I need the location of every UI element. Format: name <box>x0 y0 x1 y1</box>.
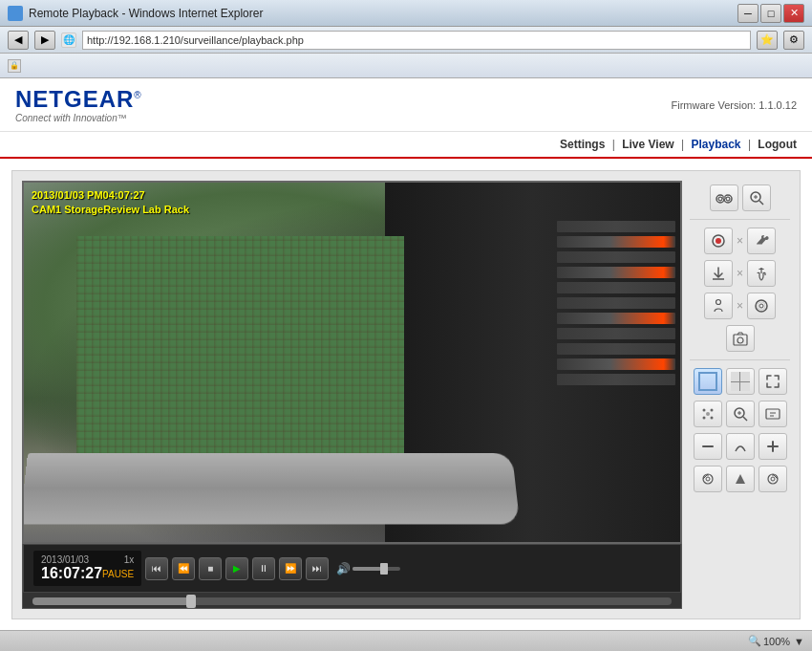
svg-line-6 <box>759 201 763 205</box>
arc-button[interactable] <box>726 433 755 460</box>
rack-line <box>557 343 675 355</box>
timestamp-datetime: 2013/01/03 PM04:07:27 <box>32 188 189 203</box>
forward-button[interactable]: ▶ <box>34 31 55 50</box>
toolbar-icon[interactable]: 🔒 <box>8 59 21 73</box>
settings-link[interactable]: Settings <box>560 138 605 151</box>
address-input[interactable] <box>82 31 751 50</box>
svg-point-4 <box>726 197 730 201</box>
binoculars-button[interactable] <box>710 184 738 211</box>
ctrl-row-4: × <box>690 293 790 319</box>
ctrl-row-9 <box>690 466 790 492</box>
ctrl-row-8 <box>690 433 790 460</box>
favorites-icon[interactable]: ⭐ <box>757 31 778 50</box>
playback-container: 2013/01/03 PM04:07:27 CAM1 StorageReview… <box>22 181 790 609</box>
page-wrapper: NETGEAR ® Connect with Innovation™ Firmw… <box>0 78 812 631</box>
volume-thumb[interactable] <box>380 563 388 575</box>
volume-area: 🔊 <box>336 562 400 575</box>
logout-link[interactable]: Logout <box>758 138 797 151</box>
pause-button[interactable]: ⏸ <box>252 557 275 580</box>
rack-line-lit <box>557 267 675 278</box>
controls-bar: 2013/01/03 1x 16:07:27 PAUSE ⏮ ⏪ <box>23 544 681 593</box>
controls-section: 2013/01/03 1x 16:07:27 PAUSE ⏮ ⏪ <box>22 544 682 609</box>
zoom-level: 100% <box>763 636 790 647</box>
svg-point-18 <box>702 409 705 412</box>
volume-slider[interactable] <box>353 567 400 571</box>
playback-speed: 1x <box>124 554 135 565</box>
addressbar: ◀ ▶ 🌐 ⭐ ⚙ <box>0 27 812 54</box>
progress-fill <box>32 597 192 605</box>
single-view-icon <box>698 372 717 391</box>
progress-thumb[interactable] <box>186 595 196 608</box>
firmware-version: Firmware Version: 1.1.0.12 <box>672 99 797 111</box>
separator-1: | <box>612 138 615 151</box>
volume-fill <box>353 567 381 571</box>
record-button[interactable] <box>704 228 733 254</box>
zoom-search-button[interactable] <box>742 184 771 211</box>
skip-to-end-button[interactable]: ⏭ <box>306 557 329 580</box>
svg-line-24 <box>743 417 747 421</box>
rack-line <box>557 374 675 385</box>
hand-button[interactable] <box>747 260 776 287</box>
separator-2: | <box>681 138 684 151</box>
page-icon: 🌐 <box>61 33 76 48</box>
svg-point-12 <box>716 300 720 305</box>
maximize-button[interactable]: □ <box>760 4 781 23</box>
registered-mark: ® <box>134 90 140 100</box>
video-shirt <box>76 236 405 469</box>
rack-line-lit <box>557 358 675 370</box>
rack-line-lit <box>557 236 675 248</box>
quad-view-icon <box>731 372 750 391</box>
stop-button[interactable]: ■ <box>199 557 222 580</box>
netgear-header: NETGEAR ® Connect with Innovation™ Firmw… <box>0 78 812 132</box>
fullscreen-button[interactable] <box>759 368 787 395</box>
person-button[interactable] <box>704 293 733 319</box>
playback-link[interactable]: Playback <box>691 138 740 151</box>
rack-lines <box>557 221 675 504</box>
ctrl-row-3: × <box>690 260 790 287</box>
rack-line <box>557 221 675 232</box>
single-view-button[interactable] <box>694 368 722 395</box>
cam-left-button[interactable] <box>694 466 722 492</box>
statusbar: 🔍 100% ▼ <box>0 630 812 651</box>
step-back-button[interactable]: ⏪ <box>172 557 195 580</box>
back-button[interactable]: ◀ <box>8 31 29 50</box>
info-button[interactable] <box>759 401 787 427</box>
ctrl-row-6 <box>690 368 790 395</box>
svg-point-14 <box>759 304 763 308</box>
play-button[interactable]: ▶ <box>225 557 248 580</box>
cam-right-button[interactable] <box>759 466 787 492</box>
scroll-arrow[interactable]: ▼ <box>794 636 804 647</box>
ie-icon <box>8 6 23 21</box>
snapshot-button[interactable] <box>726 325 755 352</box>
window-controls: ─ □ ✕ <box>737 4 804 23</box>
titlebar: Remote Playback - Windows Internet Explo… <box>0 0 812 27</box>
ctrl-row-2: × <box>690 228 790 254</box>
video-frame: 2013/01/03 PM04:07:27 CAM1 StorageReview… <box>22 181 682 544</box>
zoom-out-button[interactable] <box>694 433 722 460</box>
zoom-in-button[interactable] <box>726 401 755 427</box>
progress-bar[interactable] <box>32 597 672 605</box>
close-button[interactable]: ✕ <box>783 4 804 23</box>
video-rail <box>22 453 521 525</box>
playback-time: 16:07:27 <box>41 565 102 582</box>
zoom-icon: 🔍 <box>748 635 761 647</box>
time-display: 2013/01/03 1x 16:07:27 PAUSE <box>33 551 141 586</box>
main-container: 2013/01/03 PM04:07:27 CAM1 StorageReview… <box>0 159 812 631</box>
download-button[interactable] <box>704 260 733 287</box>
step-fwd-button[interactable]: ⏩ <box>279 557 302 580</box>
netgear-brand: NETGEAR <box>15 86 134 113</box>
person-detect-button[interactable] <box>694 401 722 427</box>
skip-to-start-button[interactable]: ⏮ <box>145 557 168 580</box>
rack-line-lit <box>557 313 675 324</box>
liveview-link[interactable]: Live View <box>622 138 673 151</box>
settings-icon[interactable]: ⚙ <box>783 31 804 50</box>
minimize-button[interactable]: ─ <box>737 4 759 23</box>
svg-point-15 <box>758 302 765 310</box>
disc-button[interactable] <box>747 293 776 319</box>
quad-view-button[interactable] <box>726 368 755 395</box>
svg-rect-27 <box>766 409 780 419</box>
rack-line <box>557 251 675 263</box>
wrench-button[interactable] <box>747 228 776 254</box>
plus-button[interactable] <box>759 433 787 460</box>
up-button[interactable] <box>726 466 755 492</box>
